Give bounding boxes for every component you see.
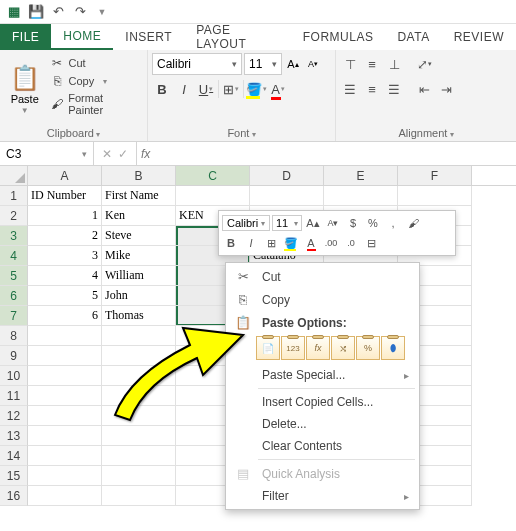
- cell[interactable]: 3: [28, 246, 102, 266]
- paste-formulas-button[interactable]: fx: [306, 336, 330, 360]
- row-header-8[interactable]: 8: [0, 326, 28, 346]
- cell[interactable]: [102, 466, 176, 486]
- undo-icon[interactable]: ↶: [48, 2, 68, 22]
- align-top-button[interactable]: ⊤: [340, 53, 360, 75]
- mini-dec-decimal[interactable]: .0: [342, 234, 360, 252]
- tab-page-layout[interactable]: PAGE LAYOUT: [184, 24, 291, 50]
- row-header-12[interactable]: 12: [0, 406, 28, 426]
- cell[interactable]: [250, 186, 324, 206]
- cell[interactable]: [102, 426, 176, 446]
- mini-border[interactable]: ⊞: [262, 234, 280, 252]
- ctx-paste-special[interactable]: Paste Special...: [226, 364, 419, 386]
- row-header-13[interactable]: 13: [0, 426, 28, 446]
- ctx-clear[interactable]: Clear Contents: [226, 435, 419, 457]
- cell[interactable]: [28, 486, 102, 506]
- cell[interactable]: [28, 386, 102, 406]
- increase-font-button[interactable]: A▴: [284, 53, 302, 75]
- cell[interactable]: Thomas: [102, 306, 176, 326]
- mini-fill-color[interactable]: 🪣: [282, 234, 300, 252]
- paste-transpose-button[interactable]: ⤭: [331, 336, 355, 360]
- ctx-cut[interactable]: ✂Cut: [226, 265, 419, 288]
- font-name-select[interactable]: Calibri: [152, 53, 242, 75]
- decrease-indent-button[interactable]: ⇤: [414, 78, 434, 100]
- mini-size-select[interactable]: 11: [272, 215, 302, 231]
- save-icon[interactable]: 💾: [26, 2, 46, 22]
- cell[interactable]: [176, 186, 250, 206]
- cut-button[interactable]: ✂Cut: [47, 55, 143, 71]
- underline-button[interactable]: U▾: [196, 78, 216, 100]
- row-header-16[interactable]: 16: [0, 486, 28, 506]
- ctx-insert[interactable]: Insert Copied Cells...: [226, 391, 419, 413]
- mini-merge[interactable]: ⊟: [362, 234, 380, 252]
- row-header-7[interactable]: 7: [0, 306, 28, 326]
- paste-link-button[interactable]: ⬮: [381, 336, 405, 360]
- bold-button[interactable]: B: [152, 78, 172, 100]
- paste-all-button[interactable]: 📄: [256, 336, 280, 360]
- row-header-10[interactable]: 10: [0, 366, 28, 386]
- row-header-3[interactable]: 3: [0, 226, 28, 246]
- cell[interactable]: [28, 326, 102, 346]
- font-size-select[interactable]: 11: [244, 53, 282, 75]
- cell[interactable]: Mike: [102, 246, 176, 266]
- cell[interactable]: [102, 346, 176, 366]
- mini-bold[interactable]: B: [222, 234, 240, 252]
- row-header-2[interactable]: 2: [0, 206, 28, 226]
- redo-icon[interactable]: ↷: [70, 2, 90, 22]
- col-header-b[interactable]: B: [102, 166, 176, 185]
- mini-increase-font[interactable]: A▴: [304, 214, 322, 232]
- cell[interactable]: Ken: [102, 206, 176, 226]
- formula-bar[interactable]: [154, 142, 516, 165]
- tab-data[interactable]: DATA: [385, 24, 441, 50]
- mini-percent-button[interactable]: %: [364, 214, 382, 232]
- row-header-6[interactable]: 6: [0, 286, 28, 306]
- ctx-filter[interactable]: Filter: [226, 485, 419, 507]
- decrease-font-button[interactable]: A▾: [304, 53, 322, 75]
- col-header-c[interactable]: C: [176, 166, 250, 185]
- border-button[interactable]: ⊞▾: [221, 78, 241, 100]
- format-painter-button[interactable]: 🖌Format Painter: [47, 91, 143, 117]
- font-color-button[interactable]: A▾: [268, 78, 288, 100]
- mini-font-color[interactable]: A: [302, 234, 320, 252]
- col-header-e[interactable]: E: [324, 166, 398, 185]
- col-header-d[interactable]: D: [250, 166, 324, 185]
- cell[interactable]: [102, 386, 176, 406]
- align-right-button[interactable]: ☰: [384, 78, 404, 100]
- cell[interactable]: 4: [28, 266, 102, 286]
- orientation-button[interactable]: ⤢▾: [414, 53, 434, 75]
- fx-icon[interactable]: fx: [136, 142, 154, 165]
- row-header-4[interactable]: 4: [0, 246, 28, 266]
- cell[interactable]: [324, 186, 398, 206]
- paste-button[interactable]: 📋 Paste ▼: [4, 53, 45, 125]
- paste-formatting-button[interactable]: %: [356, 336, 380, 360]
- cell[interactable]: [102, 366, 176, 386]
- cell[interactable]: [28, 346, 102, 366]
- ctx-delete[interactable]: Delete...: [226, 413, 419, 435]
- cell[interactable]: Steve: [102, 226, 176, 246]
- row-header-9[interactable]: 9: [0, 346, 28, 366]
- mini-inc-decimal[interactable]: .00: [322, 234, 340, 252]
- cell[interactable]: [28, 426, 102, 446]
- tab-formulas[interactable]: FORMULAS: [291, 24, 386, 50]
- paste-values-button[interactable]: 123: [281, 336, 305, 360]
- cell[interactable]: [102, 326, 176, 346]
- row-header-15[interactable]: 15: [0, 466, 28, 486]
- name-box[interactable]: C3: [0, 142, 94, 165]
- align-bottom-button[interactable]: ⊥: [384, 53, 404, 75]
- copy-button[interactable]: ⎘Copy▾: [47, 73, 143, 89]
- row-header-11[interactable]: 11: [0, 386, 28, 406]
- mini-font-select[interactable]: Calibri: [222, 215, 270, 231]
- col-header-f[interactable]: F: [398, 166, 472, 185]
- qat-dropdown-icon[interactable]: ▼: [92, 2, 112, 22]
- increase-indent-button[interactable]: ⇥: [436, 78, 456, 100]
- align-center-button[interactable]: ≡: [362, 78, 382, 100]
- row-header-1[interactable]: 1: [0, 186, 28, 206]
- cell[interactable]: 5: [28, 286, 102, 306]
- cell[interactable]: [28, 406, 102, 426]
- mini-currency-button[interactable]: $: [344, 214, 362, 232]
- tab-home[interactable]: HOME: [51, 24, 113, 50]
- ctx-copy[interactable]: ⎘Copy: [226, 288, 419, 311]
- cell[interactable]: William: [102, 266, 176, 286]
- cell[interactable]: [28, 366, 102, 386]
- tab-review[interactable]: REVIEW: [442, 24, 516, 50]
- cell[interactable]: [398, 186, 472, 206]
